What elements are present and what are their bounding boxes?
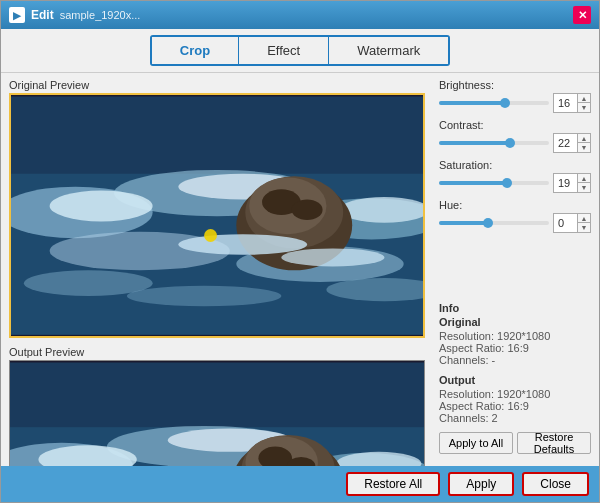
window-title: Edit: [31, 8, 54, 22]
app-icon: ▶: [9, 7, 25, 23]
saturation-slider[interactable]: [439, 181, 549, 185]
brightness-thumb: [500, 98, 510, 108]
original-resolution: Resolution: 1920*1080: [439, 330, 591, 342]
contrast-thumb: [505, 138, 515, 148]
hue-fill: [439, 221, 489, 225]
contrast-label: Contrast:: [439, 119, 591, 131]
tabs-bar: Crop Effect Watermark: [1, 29, 599, 73]
hue-slider-row: 0 ▲ ▼: [439, 213, 591, 233]
output-info-title: Output: [439, 374, 591, 386]
brightness-slider-row: 16 ▲ ▼: [439, 93, 591, 113]
saturation-slider-row: 19 ▲ ▼: [439, 173, 591, 193]
restore-all-button[interactable]: Restore All: [346, 472, 440, 496]
restore-defaults-button[interactable]: Restore Defaults: [517, 432, 591, 454]
contrast-up[interactable]: ▲: [578, 134, 590, 143]
tab-group: Crop Effect Watermark: [150, 35, 450, 66]
output-aspect: Aspect Ratio: 16:9: [439, 400, 591, 412]
brightness-input[interactable]: 16 ▲ ▼: [553, 93, 591, 113]
saturation-fill: [439, 181, 507, 185]
output-preview-section: Output Preview: [9, 346, 425, 466]
hue-slider[interactable]: [439, 221, 549, 225]
file-name: sample_1920x...: [60, 9, 141, 21]
original-aspect: Aspect Ratio: 16:9: [439, 342, 591, 354]
svg-point-18: [127, 286, 282, 307]
apply-to-all-button[interactable]: Apply to All: [439, 432, 513, 454]
brightness-down[interactable]: ▼: [578, 103, 590, 112]
saturation-label: Saturation:: [439, 159, 591, 171]
original-preview-label: Original Preview: [9, 79, 425, 91]
tab-effect[interactable]: Effect: [239, 37, 329, 64]
output-resolution: Resolution: 1920*1080: [439, 388, 591, 400]
hue-thumb: [483, 218, 493, 228]
contrast-control: Contrast: 22 ▲ ▼: [439, 119, 591, 153]
svg-point-7: [50, 190, 153, 221]
brightness-label: Brightness:: [439, 79, 591, 91]
title-bar-left: ▶ Edit sample_1920x...: [9, 7, 140, 23]
original-preview-section: Original Preview: [9, 79, 425, 338]
hue-input[interactable]: 0 ▲ ▼: [553, 213, 591, 233]
original-preview-box: [9, 93, 425, 338]
svg-point-20: [204, 229, 217, 242]
close-window-button[interactable]: ✕: [573, 6, 591, 24]
brightness-fill: [439, 101, 505, 105]
tab-crop[interactable]: Crop: [152, 37, 239, 64]
contrast-slider-row: 22 ▲ ▼: [439, 133, 591, 153]
contrast-down[interactable]: ▼: [578, 143, 590, 152]
hue-down[interactable]: ▼: [578, 223, 590, 232]
saturation-up[interactable]: ▲: [578, 174, 590, 183]
svg-point-14: [292, 200, 323, 221]
title-bar: ▶ Edit sample_1920x... ✕: [1, 1, 599, 29]
svg-point-16: [281, 248, 384, 266]
original-info-title: Original: [439, 316, 591, 328]
output-preview-label: Output Preview: [9, 346, 425, 358]
bottom-bar: Restore All Apply Close: [1, 466, 599, 502]
edit-window: ▶ Edit sample_1920x... ✕ Crop Effect Wat…: [0, 0, 600, 503]
contrast-input[interactable]: 22 ▲ ▼: [553, 133, 591, 153]
info-section: Info Original Resolution: 1920*1080 Aspe…: [439, 302, 591, 432]
info-title: Info: [439, 302, 591, 314]
left-panel: Original Preview: [1, 73, 431, 466]
right-panel: Brightness: 16 ▲ ▼: [431, 73, 599, 466]
output-preview-box: [9, 360, 425, 466]
output-info-block: Output Resolution: 1920*1080 Aspect Rati…: [439, 374, 591, 424]
contrast-fill: [439, 141, 511, 145]
hue-up[interactable]: ▲: [578, 214, 590, 223]
tab-watermark[interactable]: Watermark: [329, 37, 448, 64]
original-info-block: Original Resolution: 1920*1080 Aspect Ra…: [439, 316, 591, 366]
brightness-up[interactable]: ▲: [578, 94, 590, 103]
brightness-control: Brightness: 16 ▲ ▼: [439, 79, 591, 113]
main-content: Original Preview: [1, 73, 599, 466]
saturation-thumb: [502, 178, 512, 188]
output-channels: Channels: 2: [439, 412, 591, 424]
hue-label: Hue:: [439, 199, 591, 211]
original-channels: Channels: -: [439, 354, 591, 366]
svg-point-15: [178, 234, 307, 255]
apply-button[interactable]: Apply: [448, 472, 514, 496]
hue-control: Hue: 0 ▲ ▼: [439, 199, 591, 233]
saturation-down[interactable]: ▼: [578, 183, 590, 192]
saturation-input[interactable]: 19 ▲ ▼: [553, 173, 591, 193]
action-row: Apply to All Restore Defaults: [439, 432, 591, 454]
saturation-control: Saturation: 19 ▲ ▼: [439, 159, 591, 193]
close-button[interactable]: Close: [522, 472, 589, 496]
contrast-slider[interactable]: [439, 141, 549, 145]
brightness-slider[interactable]: [439, 101, 549, 105]
